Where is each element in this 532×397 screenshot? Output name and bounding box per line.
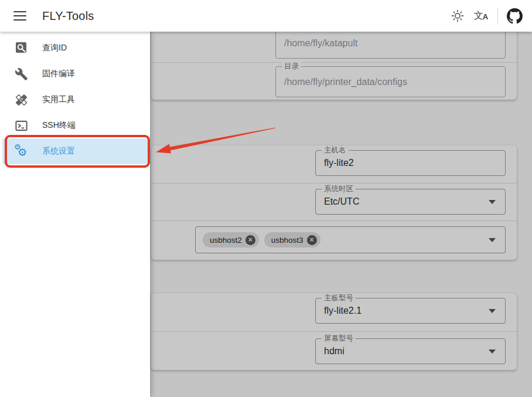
katapult-dir-value: /home/fly/katapult (284, 32, 487, 58)
sidebar-item-query-id[interactable]: 查询ID (0, 35, 150, 61)
row-divider (151, 62, 517, 63)
sidebar-item-label: SSH终端 (42, 120, 76, 131)
toolbar-divider (497, 8, 498, 23)
hostname-field[interactable]: 主机名 fly-lite2 (315, 150, 506, 176)
chip-close-icon[interactable]: × (307, 235, 317, 245)
healing-icon (14, 93, 28, 107)
screen-model-select[interactable]: 屏幕型号 hdmi (315, 338, 506, 364)
config-dir-value: /home/fly/printer_data/configs (284, 67, 487, 97)
gears-icon: ⚙ ⚙ (14, 144, 28, 158)
dropdown-arrow-icon[interactable] (489, 200, 496, 204)
timezone-value: Etc/UTC (324, 189, 487, 214)
row-divider (151, 183, 517, 184)
wrench-icon (14, 67, 28, 81)
hostname-value: fly-lite2 (324, 151, 487, 175)
row-divider (151, 220, 517, 221)
sidebar-item-ssh-terminal[interactable]: SSH终端 (0, 113, 150, 138)
navigation-drawer: 查询ID 固件编译 实用工具 SSH终端 ⚙ (0, 32, 150, 397)
hamburger-menu-icon[interactable] (8, 4, 32, 28)
app-title: FLY-Tools (42, 9, 94, 23)
screen-model-value: hdmi (324, 339, 487, 364)
dropdown-arrow-icon[interactable] (489, 350, 496, 354)
main-content: 目录 /home/fly/katapult 目录 /home/fly/print… (150, 32, 532, 397)
katapult-dir-field[interactable]: 目录 /home/fly/katapult (275, 32, 506, 59)
board-model-select[interactable]: 主板型号 fly-lite2.1 (315, 298, 506, 324)
sidebar-item-label: 系统设置 (42, 146, 75, 157)
github-icon[interactable] (503, 4, 526, 28)
usb-host-chips: usbhost2 × usbhost3 × (203, 232, 320, 247)
system-card: 主机名 fly-lite2 系统时区 Etc/UTC usbhost2 × us… (151, 145, 517, 260)
sidebar-item-firmware-build[interactable]: 固件编译 (0, 61, 150, 87)
sidebar-item-system-settings[interactable]: ⚙ ⚙ 系统设置 (2, 138, 148, 164)
directories-card: 目录 /home/fly/katapult 目录 /home/fly/print… (151, 32, 517, 100)
dropdown-arrow-icon[interactable] (489, 309, 496, 313)
row-divider (151, 331, 517, 332)
chip-close-icon[interactable]: × (245, 235, 255, 245)
board-model-value: fly-lite2.1 (324, 298, 487, 323)
translate-icon[interactable]: 文A (469, 4, 493, 28)
config-dir-field[interactable]: 目录 /home/fly/printer_data/configs (275, 66, 506, 97)
sidebar-item-label: 实用工具 (42, 94, 75, 105)
sidebar-item-label: 固件编译 (42, 69, 75, 79)
sidebar-item-utilities[interactable]: 实用工具 (0, 87, 150, 113)
app-bar: FLY-Tools 文A (0, 0, 532, 32)
chip-usbhost2[interactable]: usbhost2 × (203, 232, 259, 247)
sidebar-item-label: 查询ID (42, 43, 67, 53)
timezone-select[interactable]: 系统时区 Etc/UTC (315, 189, 506, 215)
chip-usbhost3[interactable]: usbhost3 × (264, 232, 320, 247)
chip-label: usbhost3 (271, 236, 303, 245)
terminal-icon (14, 118, 28, 133)
dropdown-arrow-icon[interactable] (489, 238, 496, 242)
brightness-icon[interactable] (446, 4, 469, 28)
usb-hosts-select[interactable]: usbhost2 × usbhost3 × (195, 226, 506, 253)
hardware-card: 主板型号 fly-lite2.1 屏幕型号 hdmi (151, 293, 517, 370)
chip-label: usbhost2 (210, 236, 242, 245)
id-search-icon (14, 41, 28, 55)
